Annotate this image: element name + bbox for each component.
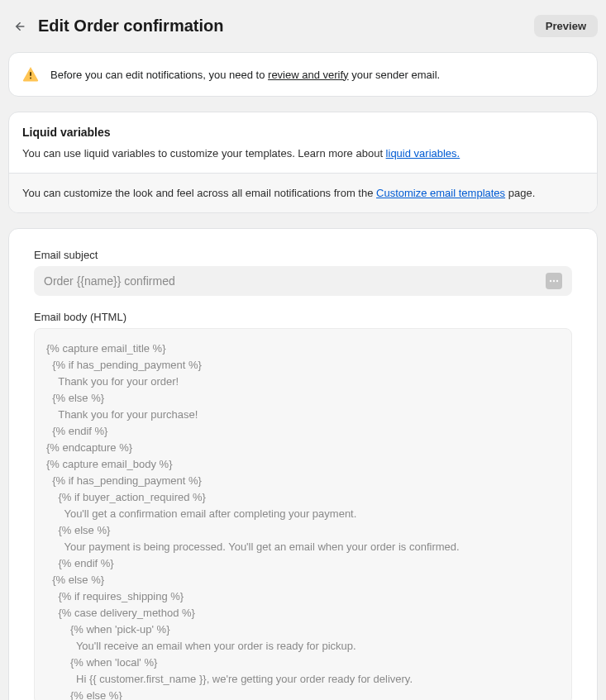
arrow-left-icon bbox=[12, 20, 26, 33]
subject-input[interactable] bbox=[44, 274, 546, 288]
customize-body: You can customize the look and feel acro… bbox=[22, 187, 584, 199]
customize-suffix: page. bbox=[505, 187, 535, 199]
preview-button[interactable]: Preview bbox=[534, 15, 598, 37]
banner-prefix: Before you can edit notifications, you n… bbox=[50, 69, 268, 81]
svg-rect-1 bbox=[30, 78, 31, 79]
banner-text: Before you can edit notifications, you n… bbox=[50, 69, 440, 81]
page-title: Edit Order confirmation bbox=[38, 17, 223, 36]
liquid-variables-link[interactable]: liquid variables. bbox=[386, 147, 460, 160]
liquid-body: You can use liquid variables to customiz… bbox=[22, 147, 584, 160]
body-code: {% capture email_title %} {% if has_pend… bbox=[46, 340, 560, 700]
back-button[interactable] bbox=[8, 16, 30, 37]
body-editor[interactable]: {% capture email_title %} {% if has_pend… bbox=[34, 328, 572, 700]
svg-point-3 bbox=[553, 280, 555, 282]
warning-icon bbox=[22, 66, 39, 83]
editor-card: Email subject Email body (HTML) {% captu… bbox=[8, 228, 598, 700]
liquid-body-prefix: You can use liquid variables to customiz… bbox=[22, 147, 386, 160]
subject-more-button[interactable] bbox=[546, 273, 562, 289]
dots-icon bbox=[549, 279, 559, 283]
banner-suffix: your sender email. bbox=[349, 69, 441, 81]
subject-label: Email subject bbox=[34, 249, 572, 261]
page-header: Edit Order confirmation Preview bbox=[8, 8, 598, 52]
customize-prefix: You can customize the look and feel acro… bbox=[22, 187, 376, 199]
liquid-card: Liquid variables You can use liquid vari… bbox=[8, 112, 598, 213]
liquid-title: Liquid variables bbox=[22, 126, 584, 139]
review-verify-link[interactable]: review and verify bbox=[268, 69, 349, 81]
svg-point-2 bbox=[550, 280, 551, 282]
customize-templates-link[interactable]: Customize email templates bbox=[376, 187, 505, 199]
verify-banner: Before you can edit notifications, you n… bbox=[8, 52, 598, 97]
svg-point-4 bbox=[556, 280, 558, 282]
body-label: Email body (HTML) bbox=[34, 311, 572, 323]
svg-rect-0 bbox=[30, 72, 31, 76]
subject-field-wrap bbox=[34, 266, 572, 296]
